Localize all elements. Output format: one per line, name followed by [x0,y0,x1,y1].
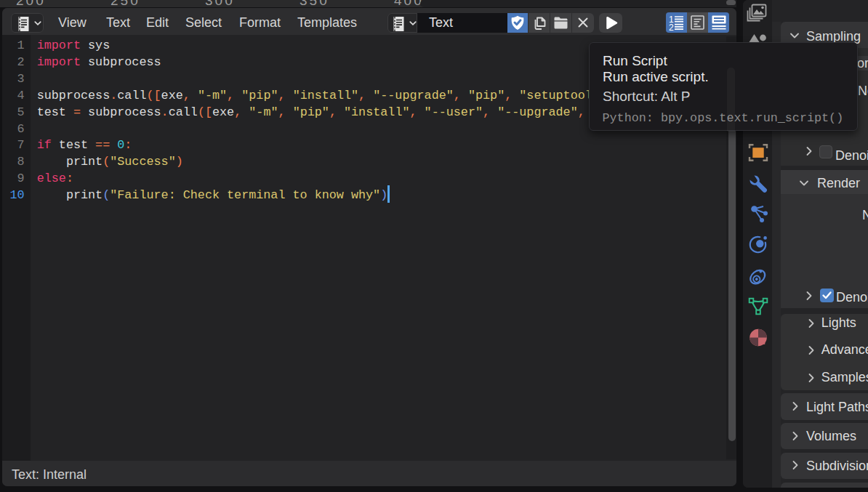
svg-text:2: 2 [669,23,674,31]
